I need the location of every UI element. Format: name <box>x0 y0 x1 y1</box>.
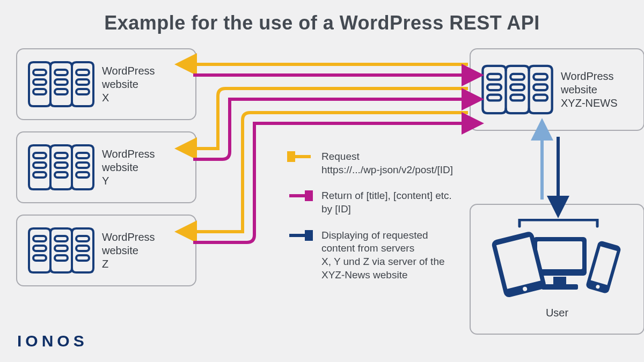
diagram-title: Example for the use of a WordPress REST … <box>0 12 644 34</box>
node-wordpress-xyznews: WordPresswebsiteXYZ-NEWS <box>470 48 644 131</box>
legend-request-text: Requesthttps://.../wp-json/v2/post/[ID] <box>321 150 464 176</box>
svg-rect-33 <box>533 74 547 80</box>
svg-rect-25 <box>76 246 89 251</box>
svg-rect-7 <box>76 79 89 85</box>
svg-rect-29 <box>487 95 501 101</box>
arrow-left-icon <box>287 151 313 162</box>
svg-rect-13 <box>55 162 68 168</box>
svg-rect-3 <box>55 70 68 75</box>
svg-rect-17 <box>76 172 89 178</box>
server-icon <box>26 143 96 191</box>
arrow-right-icon <box>287 190 313 201</box>
node-wordpress-y: WordPresswebsiteY <box>16 131 196 203</box>
node-label: WordPresswebsiteXYZ-NEWS <box>561 70 618 110</box>
node-wordpress-z: WordPresswebsiteZ <box>16 215 196 286</box>
node-label: WordPresswebsiteX <box>102 64 155 105</box>
svg-rect-20 <box>33 255 46 261</box>
svg-rect-19 <box>33 246 46 251</box>
svg-rect-14 <box>55 172 68 178</box>
svg-rect-6 <box>76 70 89 75</box>
svg-rect-8 <box>76 89 89 94</box>
brand-logo: IONOS <box>17 332 88 350</box>
node-label: User <box>546 306 568 320</box>
svg-rect-1 <box>33 79 46 85</box>
node-user: User <box>470 204 644 335</box>
svg-rect-4 <box>55 79 68 85</box>
svg-rect-32 <box>510 95 524 101</box>
server-icon <box>26 60 96 108</box>
svg-rect-2 <box>33 89 46 94</box>
svg-rect-16 <box>76 162 89 168</box>
svg-rect-22 <box>55 246 68 251</box>
svg-rect-31 <box>510 84 524 90</box>
svg-rect-12 <box>55 153 68 158</box>
svg-rect-21 <box>55 236 68 241</box>
svg-rect-39 <box>541 284 578 290</box>
svg-rect-10 <box>33 162 46 168</box>
legend-return-text: Return of [title], [content] etc.by [ID] <box>321 189 464 216</box>
svg-rect-18 <box>33 236 46 241</box>
svg-rect-0 <box>33 70 46 75</box>
node-label: WordPresswebsiteY <box>102 147 155 188</box>
arrow-right-icon <box>287 230 313 241</box>
devices-icon <box>490 219 624 302</box>
svg-rect-23 <box>55 255 68 261</box>
svg-rect-35 <box>533 95 547 101</box>
node-wordpress-x: WordPresswebsiteX <box>16 48 196 120</box>
server-icon <box>26 226 96 275</box>
svg-rect-24 <box>76 236 89 241</box>
svg-rect-9 <box>33 153 46 158</box>
svg-rect-28 <box>487 84 501 90</box>
svg-rect-11 <box>33 172 46 178</box>
svg-rect-30 <box>510 74 524 80</box>
legend-display-text: Displaying of requestedcontent from serv… <box>321 229 464 282</box>
svg-rect-37 <box>537 241 582 269</box>
svg-rect-26 <box>76 255 89 261</box>
svg-rect-15 <box>76 153 89 158</box>
server-icon <box>479 63 554 116</box>
svg-rect-34 <box>533 84 547 90</box>
legend: Requesthttps://.../wp-json/v2/post/[ID] … <box>287 150 464 282</box>
svg-rect-5 <box>55 89 68 94</box>
svg-rect-27 <box>487 74 501 80</box>
svg-rect-38 <box>553 277 566 284</box>
node-label: WordPresswebsiteZ <box>102 231 155 271</box>
